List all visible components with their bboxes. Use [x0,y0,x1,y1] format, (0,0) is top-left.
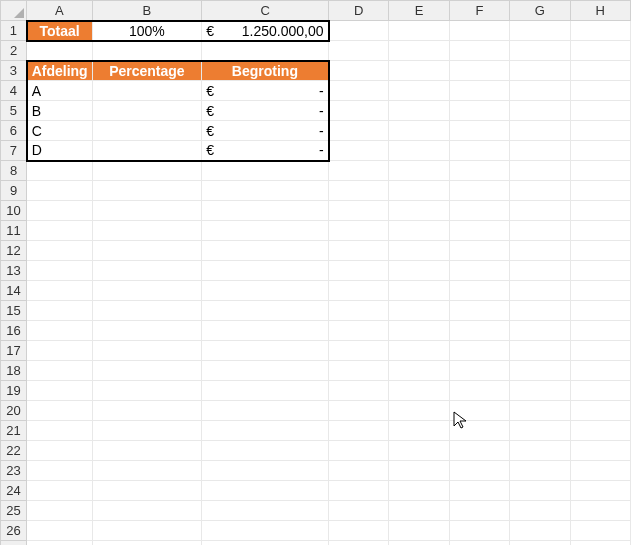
cell-F24[interactable] [449,481,509,501]
cell-C16[interactable] [202,321,329,341]
cell-B19[interactable] [92,381,202,401]
cell-C22[interactable] [202,441,329,461]
cell-B21[interactable] [92,421,202,441]
cell-C13[interactable] [202,261,329,281]
cell-B11[interactable] [92,221,202,241]
row-header-15[interactable]: 15 [1,301,27,321]
cell-F17[interactable] [449,341,509,361]
cell-F9[interactable] [449,181,509,201]
cell-G21[interactable] [510,421,570,441]
cell-B20[interactable] [92,401,202,421]
cell-F6[interactable] [449,121,509,141]
cell-E24[interactable] [389,481,449,501]
cell-B6[interactable] [92,121,202,141]
cell-G2[interactable] [510,41,570,61]
cell-A7[interactable]: D [27,141,92,161]
cell-H20[interactable] [570,401,630,421]
cell-A24[interactable] [27,481,92,501]
cell-D11[interactable] [329,221,389,241]
cell-A19[interactable] [27,381,92,401]
col-header-G[interactable]: G [510,1,570,21]
cell-D23[interactable] [329,461,389,481]
cell-H22[interactable] [570,441,630,461]
cell-F8[interactable] [449,161,509,181]
cell-A1[interactable]: Totaal [27,21,92,41]
cell-H6[interactable] [570,121,630,141]
cell-G25[interactable] [510,501,570,521]
cell-G23[interactable] [510,461,570,481]
cell-D3[interactable] [329,61,389,81]
cell-B18[interactable] [92,361,202,381]
cell-E8[interactable] [389,161,449,181]
cell-F5[interactable] [449,101,509,121]
cell-G1[interactable] [510,21,570,41]
cell-A17[interactable] [27,341,92,361]
cell-D19[interactable] [329,381,389,401]
cell-G8[interactable] [510,161,570,181]
cell-H8[interactable] [570,161,630,181]
cell-D13[interactable] [329,261,389,281]
cell-H23[interactable] [570,461,630,481]
cell-F27[interactable] [449,541,509,546]
cell-F16[interactable] [449,321,509,341]
row-header-27[interactable]: 27 [1,541,27,546]
cell-A15[interactable] [27,301,92,321]
row-header-6[interactable]: 6 [1,121,27,141]
cell-E25[interactable] [389,501,449,521]
cell-D4[interactable] [329,81,389,101]
cell-C14[interactable] [202,281,329,301]
cell-E9[interactable] [389,181,449,201]
cell-G14[interactable] [510,281,570,301]
cell-G15[interactable] [510,301,570,321]
cell-C25[interactable] [202,501,329,521]
cell-A27[interactable] [27,541,92,546]
cell-F7[interactable] [449,141,509,161]
cell-C12[interactable] [202,241,329,261]
cell-H19[interactable] [570,381,630,401]
cell-B3[interactable]: Percentage [92,61,202,81]
cell-G7[interactable] [510,141,570,161]
cell-D15[interactable] [329,301,389,321]
cell-D22[interactable] [329,441,389,461]
cell-H12[interactable] [570,241,630,261]
cell-C26[interactable] [202,521,329,541]
cell-B2[interactable] [92,41,202,61]
row-header-21[interactable]: 21 [1,421,27,441]
cell-H26[interactable] [570,521,630,541]
cell-B27[interactable] [92,541,202,546]
cell-H7[interactable] [570,141,630,161]
row-header-19[interactable]: 19 [1,381,27,401]
cell-H3[interactable] [570,61,630,81]
row-header-9[interactable]: 9 [1,181,27,201]
cell-B24[interactable] [92,481,202,501]
col-header-D[interactable]: D [329,1,389,21]
cell-E14[interactable] [389,281,449,301]
cell-H13[interactable] [570,261,630,281]
cell-B12[interactable] [92,241,202,261]
cell-E17[interactable] [389,341,449,361]
cell-B14[interactable] [92,281,202,301]
cell-C10[interactable] [202,201,329,221]
cell-E10[interactable] [389,201,449,221]
select-all-corner[interactable] [1,1,27,21]
cell-G19[interactable] [510,381,570,401]
cell-B25[interactable] [92,501,202,521]
cell-C1[interactable]: €1.250.000,00 [202,21,329,41]
col-header-H[interactable]: H [570,1,630,21]
cell-F23[interactable] [449,461,509,481]
cell-G6[interactable] [510,121,570,141]
cell-A2[interactable] [27,41,92,61]
cell-C5[interactable]: €- [202,101,329,121]
row-header-4[interactable]: 4 [1,81,27,101]
cell-C7[interactable]: €- [202,141,329,161]
cell-H18[interactable] [570,361,630,381]
row-header-11[interactable]: 11 [1,221,27,241]
cell-F14[interactable] [449,281,509,301]
cell-D6[interactable] [329,121,389,141]
cell-G13[interactable] [510,261,570,281]
cell-F25[interactable] [449,501,509,521]
cell-A16[interactable] [27,321,92,341]
cell-H15[interactable] [570,301,630,321]
cell-D14[interactable] [329,281,389,301]
row-header-26[interactable]: 26 [1,521,27,541]
